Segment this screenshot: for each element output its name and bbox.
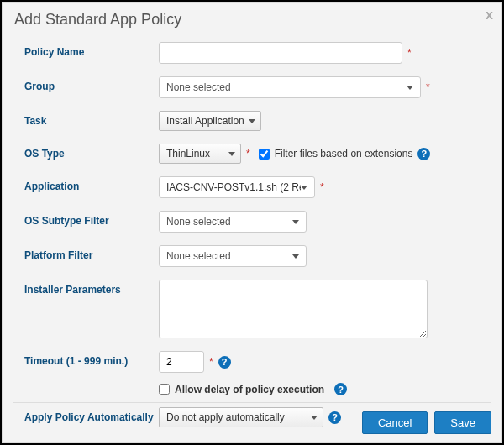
timeout-input[interactable]: [159, 351, 204, 373]
platform-value: None selected: [166, 250, 231, 262]
chevron-down-icon: [407, 86, 413, 90]
label-installer-params: Installer Parameters: [24, 280, 159, 296]
modal-header: Add Standard App Policy x: [3, 3, 501, 35]
modal-body: Policy Name * Group None selected * Task: [3, 35, 501, 427]
allow-delay-checkbox[interactable]: [159, 384, 170, 395]
modal-footer: Cancel Save: [13, 402, 491, 434]
required-marker: *: [320, 181, 324, 193]
policy-name-input[interactable]: [159, 42, 402, 64]
modal-title: Add Standard App Policy: [14, 11, 490, 29]
help-icon[interactable]: ?: [334, 383, 347, 395]
chevron-down-icon: [301, 186, 307, 190]
label-os-type: OS Type: [24, 144, 159, 160]
group-select[interactable]: None selected: [159, 76, 421, 98]
add-app-policy-modal: Add Standard App Policy x Policy Name * …: [2, 2, 502, 443]
chevron-down-icon: [292, 254, 299, 259]
application-select[interactable]: IACS-CNV-POSTv1.1.sh (2 Reposi: [159, 176, 315, 198]
cancel-button[interactable]: Cancel: [362, 411, 428, 434]
allow-delay-row: Allow delay of policy execution ?: [159, 383, 480, 395]
label-os-subtype: OS Subtype Filter: [24, 211, 159, 227]
label-timeout: Timeout (1 - 999 min.): [24, 351, 159, 367]
required-marker: *: [246, 148, 250, 160]
task-select[interactable]: Install Application: [159, 111, 261, 131]
save-button[interactable]: Save: [434, 411, 491, 434]
group-select-value: None selected: [166, 81, 231, 93]
help-icon[interactable]: ?: [417, 148, 430, 160]
label-task: Task: [24, 111, 159, 127]
os-subtype-select[interactable]: None selected: [159, 211, 307, 233]
required-marker: *: [209, 356, 213, 368]
os-subtype-value: None selected: [166, 216, 231, 228]
os-type-value: ThinLinux: [166, 148, 210, 160]
task-select-value: Install Application: [166, 115, 244, 127]
help-icon[interactable]: ?: [218, 356, 231, 369]
installer-params-textarea[interactable]: [159, 280, 428, 338]
label-platform: Platform Filter: [24, 245, 159, 261]
application-value: IACS-CNV-POSTv1.1.sh (2 Reposi: [166, 181, 301, 193]
allow-delay-label: Allow delay of policy execution: [175, 384, 324, 395]
label-application: Application: [24, 176, 159, 192]
chevron-down-icon: [228, 152, 235, 156]
chevron-down-icon: [292, 220, 299, 224]
chevron-down-icon: [249, 119, 255, 123]
label-policy-name: Policy Name: [24, 42, 159, 58]
close-icon[interactable]: x: [486, 8, 493, 23]
required-marker: *: [407, 47, 412, 59]
filter-files-label: Filter files based on extensions: [275, 148, 413, 160]
platform-select[interactable]: None selected: [159, 245, 307, 267]
filter-files-checkbox[interactable]: [259, 149, 270, 160]
label-group: Group: [24, 76, 159, 92]
required-marker: *: [426, 81, 430, 93]
os-type-select[interactable]: ThinLinux: [159, 144, 241, 164]
